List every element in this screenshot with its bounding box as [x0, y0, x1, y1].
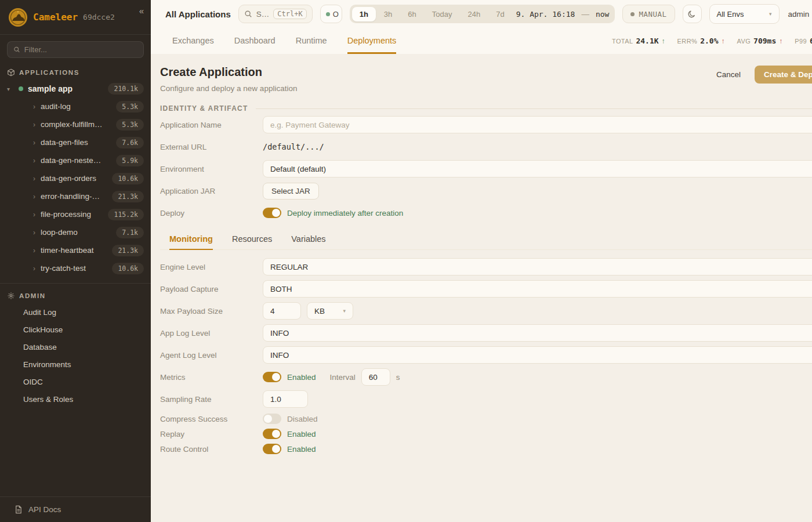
range-3h[interactable]: 3h: [376, 7, 400, 21]
sidebar-item-data-gen-neste[interactable]: › data-gen-neste… 5.9k: [0, 151, 151, 169]
stat-label: TOTAL: [612, 38, 633, 45]
chevron-right-icon: ›: [33, 121, 35, 129]
agent-log-level-select[interactable]: INFO ▾: [263, 346, 812, 364]
sidebar-item-timer-heartbeat[interactable]: › timer-heartbeat 21.3k: [0, 241, 151, 259]
sidebar-item-sample-app[interactable]: ▾ sample app 210.1k: [0, 80, 151, 97]
app-name: data-gen-neste…: [41, 156, 101, 165]
metrics-toggle[interactable]: [263, 372, 281, 382]
admin-label: ADMIN: [19, 292, 46, 299]
tab-dashboard[interactable]: Dashboard: [234, 28, 276, 54]
application-name-input[interactable]: [263, 116, 812, 133]
environments-select[interactable]: All Envs ▾: [709, 4, 780, 24]
count-badge: 115.2k: [108, 209, 144, 220]
chevron-right-icon: ›: [33, 175, 35, 183]
external-url-value: /default/.../: [263, 142, 324, 151]
deploy-toggle[interactable]: [263, 208, 281, 218]
range-today[interactable]: Today: [425, 7, 460, 21]
range-7d[interactable]: 7d: [488, 7, 512, 21]
sidebar-item-loop-demo[interactable]: › loop-demo 7.1k: [0, 223, 151, 241]
stat-avg: AVG 709ms ↑: [737, 37, 782, 45]
global-search-button[interactable]: S… Ctrl+K: [238, 5, 313, 23]
tab-runtime[interactable]: Runtime: [296, 28, 327, 54]
subtab-variables[interactable]: Variables: [291, 234, 325, 250]
sidebar-item-environments[interactable]: Environments: [0, 356, 151, 373]
api-docs-link[interactable]: API Docs: [0, 496, 151, 522]
sidebar-item-try-catch-test[interactable]: › try-catch-test 10.6k: [0, 259, 151, 277]
sidebar-item-clickhouse[interactable]: ClickHouse: [0, 321, 151, 338]
page-header: Create Application Configure and deploy …: [160, 66, 812, 93]
chevron-down-icon[interactable]: ▾: [7, 86, 14, 92]
select-jar-button[interactable]: Select JAR: [263, 183, 319, 200]
count-badge: 5.3k: [116, 101, 144, 113]
sidebar-item-data-gen-files[interactable]: › data-gen-files 7.6k: [0, 133, 151, 151]
create-deploy-button[interactable]: Create & Deploy: [755, 66, 812, 84]
sidebar-item-oidc[interactable]: OIDC: [0, 373, 151, 390]
stat-value: 24.1K: [636, 37, 658, 45]
stat-p99: P99 6.7s ↑: [795, 37, 812, 45]
online-dot-icon: [326, 12, 330, 16]
engine-level-select[interactable]: REGULAR ▾: [263, 258, 812, 276]
tab-exchanges[interactable]: Exchanges: [172, 28, 214, 54]
chevron-right-icon: ›: [33, 211, 35, 219]
field-label: Environment: [160, 165, 263, 173]
route-control-toggle[interactable]: [263, 444, 281, 454]
trend-up-icon: ↑: [779, 37, 782, 45]
sidebar-item-audit-log[interactable]: › audit-log 5.3k: [0, 97, 151, 115]
tab-deployments[interactable]: Deployments: [347, 28, 397, 54]
time-to[interactable]: now: [592, 10, 612, 19]
sidebar: Cameleer 69dcce2 « APPLICATIONS ▾ sample…: [0, 0, 151, 522]
sampling-rate-input[interactable]: [263, 390, 308, 408]
time-separator: —: [579, 10, 592, 19]
max-payload-size-input[interactable]: [263, 302, 301, 320]
range-6h[interactable]: 6h: [400, 7, 423, 21]
time-from[interactable]: 9. Apr. 16:18: [513, 10, 579, 19]
api-docs-label: API Docs: [28, 505, 61, 514]
stat-err: ERR% 2.0% ↑: [677, 37, 725, 45]
field-agent-log-level: Agent Log Level INFO ▾: [160, 346, 812, 364]
stats-bar: TOTAL 24.1K ↑ ERR% 2.0% ↑ AVG 709ms ↑ P9…: [612, 28, 812, 54]
subtab-monitoring[interactable]: Monitoring: [169, 234, 213, 250]
field-label: Route Control: [160, 445, 263, 454]
app-log-level-select[interactable]: INFO ▾: [263, 324, 812, 342]
online-status-button[interactable]: O: [320, 5, 342, 23]
deploy-toggle-text: Deploy immediately after creation: [287, 209, 403, 217]
app-log-level-value: INFO: [270, 329, 289, 338]
theme-toggle-button[interactable]: [683, 5, 702, 23]
sidebar-item-complex-fulfillm[interactable]: › complex-fulfillm… 5.3k: [0, 115, 151, 133]
range-24h[interactable]: 24h: [460, 7, 488, 21]
filter-input[interactable]: [24, 45, 137, 54]
count-badge: 7.6k: [116, 137, 144, 148]
search-icon: [13, 46, 20, 53]
subtab-resources[interactable]: Resources: [232, 234, 272, 250]
field-app-log-level: App Log Level INFO ▾: [160, 324, 812, 342]
metrics-interval-input[interactable]: [361, 368, 390, 386]
payload-unit-select[interactable]: KB ▾: [307, 302, 353, 320]
route-control-state-text: Enabled: [287, 445, 316, 454]
field-label: Metrics: [160, 373, 263, 382]
collapse-sidebar-icon[interactable]: «: [139, 6, 144, 16]
chevron-right-icon: ›: [33, 193, 35, 201]
sidebar-item-file-processing[interactable]: › file-processing 115.2k: [0, 205, 151, 223]
compress-success-toggle[interactable]: [263, 414, 281, 424]
refresh-mode-button[interactable]: MANUAL: [622, 5, 675, 23]
environment-select[interactable]: Default (default) ▾: [263, 160, 812, 177]
sidebar-item-database[interactable]: Database: [0, 338, 151, 356]
sidebar-item-audit-log-admin[interactable]: Audit Log: [0, 303, 151, 321]
cancel-button[interactable]: Cancel: [710, 66, 746, 83]
field-application-jar: Application JAR Select JAR: [160, 182, 812, 200]
sidebar-item-error-handling[interactable]: › error-handling-… 21.3k: [0, 187, 151, 205]
replay-state-text: Enabled: [287, 430, 316, 438]
field-label: Engine Level: [160, 263, 263, 271]
trend-up-icon: ↑: [662, 37, 665, 45]
range-1h[interactable]: 1h: [352, 7, 376, 21]
payload-capture-select[interactable]: BOTH ▾: [263, 280, 812, 298]
field-label: Sampling Rate: [160, 395, 263, 404]
manual-dot-icon: [630, 12, 635, 16]
sidebar-item-users-roles[interactable]: Users & Roles: [0, 390, 151, 408]
app-title: Cameleer: [33, 12, 78, 23]
search-shortcut-badge: Ctrl+K: [273, 9, 306, 19]
sidebar-filter[interactable]: [7, 41, 144, 58]
trend-up-icon: ↑: [721, 37, 724, 45]
sidebar-item-data-gen-orders[interactable]: › data-gen-orders 10.6k: [0, 169, 151, 187]
replay-toggle[interactable]: [263, 429, 281, 439]
